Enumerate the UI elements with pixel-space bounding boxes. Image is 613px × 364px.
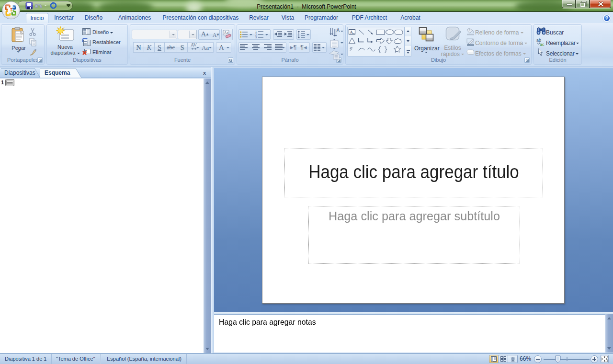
svg-text:A: A — [337, 28, 340, 33]
svg-text:Aa: Aa — [224, 31, 229, 35]
svg-text:A: A — [350, 30, 353, 34]
svg-text:ac: ac — [540, 42, 545, 46]
svg-text:3: 3 — [255, 36, 257, 38]
